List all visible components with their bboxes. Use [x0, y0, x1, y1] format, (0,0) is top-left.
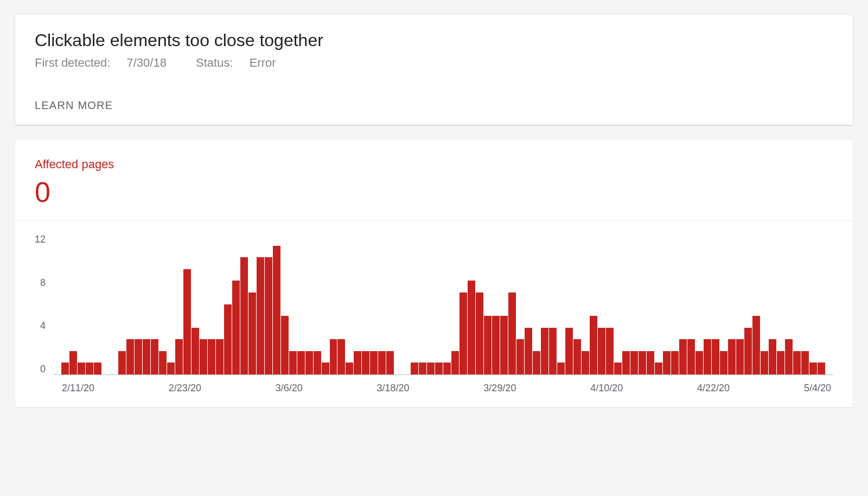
chart-bar[interactable]	[370, 351, 378, 374]
bar-chart	[53, 234, 833, 375]
chart-metric-label: Affected pages	[35, 157, 833, 171]
chart-bar[interactable]	[476, 292, 483, 374]
chart-bar[interactable]	[728, 339, 736, 374]
chart-bar[interactable]	[314, 351, 321, 374]
chart-bar[interactable]	[614, 363, 622, 374]
chart-bar[interactable]	[216, 339, 224, 374]
chart-bar[interactable]	[330, 339, 337, 374]
chart-bar[interactable]	[598, 328, 605, 374]
chart-bar[interactable]	[126, 339, 134, 374]
chart-bar[interactable]	[354, 351, 361, 374]
chart-bar[interactable]	[118, 351, 126, 374]
chart-bar[interactable]	[606, 328, 614, 374]
chart-bar[interactable]	[671, 351, 679, 374]
chart-bar[interactable]	[232, 281, 240, 374]
issue-summary-card: Clickable elements too close together Fi…	[15, 15, 853, 125]
chart-bar[interactable]	[78, 363, 85, 374]
chart-bar[interactable]	[541, 328, 548, 374]
chart-bar[interactable]	[590, 316, 597, 374]
chart-bar[interactable]	[687, 339, 695, 374]
chart-bar[interactable]	[135, 339, 142, 374]
chart-bar[interactable]	[281, 316, 289, 374]
chart-bar[interactable]	[248, 292, 256, 374]
chart-bar[interactable]	[801, 351, 809, 374]
chart-bar[interactable]	[573, 339, 581, 374]
chart-bar[interactable]	[167, 363, 175, 374]
chart-bar[interactable]	[557, 363, 565, 374]
chart-bar[interactable]	[793, 351, 801, 374]
first-detected-label: First detected:	[35, 56, 110, 69]
chart-bar[interactable]	[622, 351, 630, 374]
chart-bar[interactable]	[257, 257, 264, 374]
chart-bar[interactable]	[69, 351, 77, 374]
chart-bar[interactable]	[777, 351, 784, 374]
chart-bar[interactable]	[639, 351, 646, 374]
chart-bar[interactable]	[744, 328, 752, 374]
chart-bar[interactable]	[752, 316, 760, 374]
issue-meta: First detected: 7/30/18 Status: Error	[35, 56, 833, 70]
chart-bar[interactable]	[533, 351, 540, 374]
chart-bar[interactable]	[378, 351, 386, 374]
chart-bar[interactable]	[435, 363, 443, 374]
chart-bar[interactable]	[761, 351, 768, 374]
x-tick: 4/22/20	[697, 383, 730, 394]
chart-bar[interactable]	[362, 351, 369, 374]
chart-bar[interactable]	[736, 339, 744, 374]
chart-bar[interactable]	[265, 257, 272, 374]
chart-bar[interactable]	[704, 339, 711, 374]
chart-bar[interactable]	[655, 363, 662, 374]
chart-bar[interactable]	[809, 363, 817, 374]
chart-bar[interactable]	[337, 339, 345, 374]
chart-bar[interactable]	[549, 328, 557, 374]
chart-bar[interactable]	[386, 351, 394, 374]
chart-bar[interactable]	[86, 363, 93, 374]
x-tick: 2/23/20	[169, 383, 201, 394]
chart-bar[interactable]	[175, 339, 183, 374]
chart-bar[interactable]	[582, 351, 589, 374]
chart-bar[interactable]	[818, 363, 825, 374]
chart-bar[interactable]	[143, 339, 150, 374]
chart-bar[interactable]	[443, 363, 451, 374]
chart-bar[interactable]	[565, 328, 573, 374]
chart-bar[interactable]	[468, 281, 475, 374]
chart-bar[interactable]	[240, 257, 248, 374]
chart-bar[interactable]	[769, 339, 776, 374]
chart-bar[interactable]	[183, 269, 191, 374]
chart-bar[interactable]	[459, 292, 467, 374]
chart-bar[interactable]	[695, 351, 703, 374]
chart-bar[interactable]	[61, 363, 69, 374]
learn-more-button[interactable]: LEARN MORE	[35, 99, 113, 112]
chart-bar[interactable]	[712, 339, 719, 374]
chart-bar[interactable]	[419, 363, 426, 374]
chart-bar[interactable]	[289, 351, 297, 374]
chart-bar[interactable]	[411, 363, 418, 374]
y-tick: 12	[35, 234, 46, 245]
chart-bar[interactable]	[200, 339, 207, 374]
chart-bar[interactable]	[322, 363, 329, 374]
chart-bar[interactable]	[208, 339, 215, 374]
chart-bar[interactable]	[427, 363, 435, 374]
chart-bar[interactable]	[94, 363, 101, 374]
chart-bar[interactable]	[484, 316, 492, 374]
chart-bar[interactable]	[159, 351, 167, 374]
chart-bar[interactable]	[516, 339, 524, 374]
chart-bar[interactable]	[720, 351, 727, 374]
x-tick: 5/4/20	[804, 383, 831, 394]
chart-bar[interactable]	[305, 351, 313, 374]
chart-bar[interactable]	[525, 328, 532, 374]
chart-bar[interactable]	[492, 316, 500, 374]
chart-bar[interactable]	[500, 316, 508, 374]
chart-bar[interactable]	[679, 339, 687, 374]
chart-bar[interactable]	[192, 328, 199, 374]
chart-bar[interactable]	[297, 351, 305, 374]
chart-bar[interactable]	[785, 339, 793, 374]
chart-bar[interactable]	[647, 351, 654, 374]
chart-bar[interactable]	[151, 339, 158, 374]
chart-bar[interactable]	[663, 351, 671, 374]
chart-bar[interactable]	[346, 363, 353, 374]
chart-bar[interactable]	[273, 246, 280, 374]
chart-bar[interactable]	[451, 351, 459, 374]
chart-bar[interactable]	[224, 304, 232, 375]
chart-bar[interactable]	[508, 292, 516, 374]
chart-bar[interactable]	[630, 351, 638, 374]
